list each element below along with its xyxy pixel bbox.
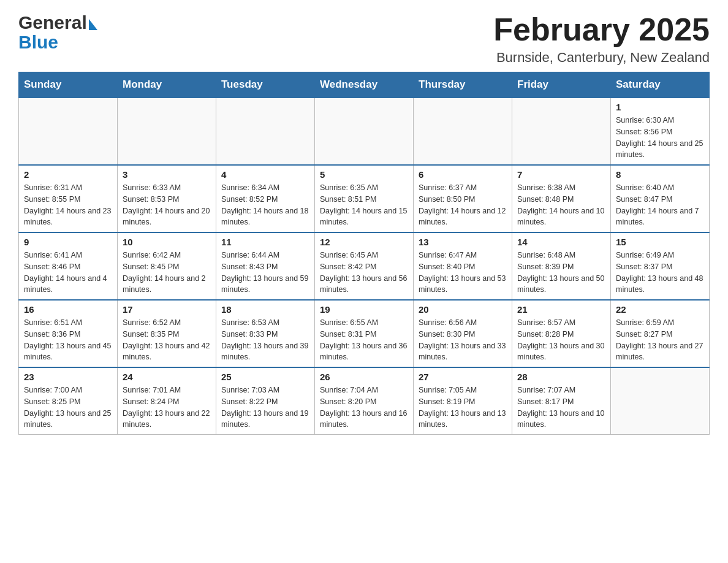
calendar-day-cell	[315, 98, 414, 165]
daylight-text: Daylight: 14 hours and 10 minutes.	[517, 205, 605, 229]
day-number: 19	[320, 304, 408, 315]
header-sunday: Sunday	[19, 72, 118, 98]
daylight-text: Daylight: 13 hours and 27 minutes.	[616, 340, 704, 364]
sunrise-text: Sunrise: 6:31 AM	[24, 182, 112, 194]
day-number: 9	[24, 237, 112, 247]
sunset-text: Sunset: 8:19 PM	[419, 396, 507, 408]
daylight-text: Daylight: 13 hours and 16 minutes.	[320, 408, 408, 431]
sunrise-text: Sunrise: 6:35 AM	[320, 182, 408, 194]
day-number: 15	[616, 237, 704, 247]
daylight-text: Daylight: 14 hours and 20 minutes.	[123, 205, 211, 229]
sunrise-text: Sunrise: 6:55 AM	[320, 317, 408, 329]
day-info: Sunrise: 6:44 AMSunset: 8:43 PMDaylight:…	[221, 250, 309, 296]
day-number: 2	[24, 169, 112, 180]
calendar-day-cell	[118, 98, 216, 165]
sunset-text: Sunset: 8:17 PM	[517, 396, 605, 408]
day-info: Sunrise: 6:41 AMSunset: 8:46 PMDaylight:…	[24, 250, 112, 296]
sunrise-text: Sunrise: 6:49 AM	[616, 250, 704, 261]
sunset-text: Sunset: 8:48 PM	[517, 194, 605, 205]
day-info: Sunrise: 6:33 AMSunset: 8:53 PMDaylight:…	[123, 182, 211, 228]
daylight-text: Daylight: 13 hours and 19 minutes.	[221, 408, 309, 431]
calendar-day-cell: 9Sunrise: 6:41 AMSunset: 8:46 PMDaylight…	[19, 232, 118, 300]
day-info: Sunrise: 7:00 AMSunset: 8:25 PMDaylight:…	[24, 385, 112, 431]
daylight-text: Daylight: 13 hours and 53 minutes.	[419, 273, 507, 296]
sunset-text: Sunset: 8:50 PM	[419, 194, 507, 205]
day-info: Sunrise: 6:51 AMSunset: 8:36 PMDaylight:…	[24, 317, 112, 363]
sunset-text: Sunset: 8:56 PM	[616, 126, 704, 138]
daylight-text: Daylight: 13 hours and 25 minutes.	[24, 408, 112, 431]
day-number: 23	[24, 372, 112, 382]
calendar-week-row: 23Sunrise: 7:00 AMSunset: 8:25 PMDayligh…	[19, 367, 710, 435]
sunset-text: Sunset: 8:55 PM	[24, 194, 112, 205]
sunset-text: Sunset: 8:39 PM	[517, 261, 605, 273]
daylight-text: Daylight: 14 hours and 23 minutes.	[24, 205, 112, 229]
day-info: Sunrise: 6:45 AMSunset: 8:42 PMDaylight:…	[320, 250, 408, 296]
daylight-text: Daylight: 14 hours and 25 minutes.	[616, 138, 704, 161]
day-number: 5	[320, 169, 408, 180]
sunset-text: Sunset: 8:37 PM	[616, 261, 704, 273]
sunset-text: Sunset: 8:20 PM	[320, 396, 408, 408]
day-number: 4	[221, 169, 309, 180]
calendar-day-cell: 19Sunrise: 6:55 AMSunset: 8:31 PMDayligh…	[315, 300, 414, 367]
sunrise-text: Sunrise: 6:48 AM	[517, 250, 605, 261]
sunrise-text: Sunrise: 6:42 AM	[123, 250, 211, 261]
day-info: Sunrise: 6:57 AMSunset: 8:28 PMDaylight:…	[517, 317, 605, 363]
sunrise-text: Sunrise: 6:33 AM	[123, 182, 211, 194]
logo: General Blue	[18, 12, 97, 52]
day-number: 11	[221, 237, 309, 247]
sunset-text: Sunset: 8:36 PM	[24, 329, 112, 340]
day-info: Sunrise: 7:03 AMSunset: 8:22 PMDaylight:…	[221, 385, 309, 431]
day-info: Sunrise: 6:37 AMSunset: 8:50 PMDaylight:…	[419, 182, 507, 228]
daylight-text: Daylight: 13 hours and 36 minutes.	[320, 340, 408, 364]
daylight-text: Daylight: 13 hours and 45 minutes.	[24, 340, 112, 364]
sunrise-text: Sunrise: 6:59 AM	[616, 317, 704, 329]
calendar-day-cell	[512, 98, 611, 165]
calendar-day-cell	[611, 367, 710, 435]
location-subtitle: Burnside, Canterbury, New Zealand	[493, 50, 710, 66]
sunset-text: Sunset: 8:46 PM	[24, 261, 112, 273]
calendar-day-cell	[414, 98, 512, 165]
day-number: 26	[320, 372, 408, 382]
day-info: Sunrise: 7:01 AMSunset: 8:24 PMDaylight:…	[123, 385, 211, 431]
daylight-text: Daylight: 13 hours and 56 minutes.	[320, 273, 408, 296]
daylight-text: Daylight: 13 hours and 30 minutes.	[517, 340, 605, 364]
daylight-text: Daylight: 13 hours and 33 minutes.	[419, 340, 507, 364]
sunset-text: Sunset: 8:43 PM	[221, 261, 309, 273]
daylight-text: Daylight: 13 hours and 59 minutes.	[221, 273, 309, 296]
logo-general-text: General	[18, 12, 87, 33]
day-info: Sunrise: 6:34 AMSunset: 8:52 PMDaylight:…	[221, 182, 309, 228]
sunrise-text: Sunrise: 6:51 AM	[24, 317, 112, 329]
calendar-week-row: 2Sunrise: 6:31 AMSunset: 8:55 PMDaylight…	[19, 165, 710, 232]
daylight-text: Daylight: 13 hours and 50 minutes.	[517, 273, 605, 296]
day-number: 20	[419, 304, 507, 315]
sunrise-text: Sunrise: 7:07 AM	[517, 385, 605, 396]
day-info: Sunrise: 6:53 AMSunset: 8:33 PMDaylight:…	[221, 317, 309, 363]
title-block: February 2025 Burnside, Canterbury, New …	[493, 12, 710, 66]
day-number: 27	[419, 372, 507, 382]
calendar-day-cell	[19, 98, 118, 165]
calendar-day-cell: 16Sunrise: 6:51 AMSunset: 8:36 PMDayligh…	[19, 300, 118, 367]
calendar-day-cell: 17Sunrise: 6:52 AMSunset: 8:35 PMDayligh…	[118, 300, 216, 367]
calendar-day-cell: 15Sunrise: 6:49 AMSunset: 8:37 PMDayligh…	[611, 232, 710, 300]
daylight-text: Daylight: 14 hours and 18 minutes.	[221, 205, 309, 229]
daylight-text: Daylight: 13 hours and 13 minutes.	[419, 408, 507, 431]
day-number: 18	[221, 304, 309, 315]
day-number: 3	[123, 169, 211, 180]
sunset-text: Sunset: 8:40 PM	[419, 261, 507, 273]
sunrise-text: Sunrise: 7:01 AM	[123, 385, 211, 396]
sunrise-text: Sunrise: 6:37 AM	[419, 182, 507, 194]
sunset-text: Sunset: 8:27 PM	[616, 329, 704, 340]
sunrise-text: Sunrise: 6:44 AM	[221, 250, 309, 261]
day-info: Sunrise: 7:07 AMSunset: 8:17 PMDaylight:…	[517, 385, 605, 431]
calendar-table: Sunday Monday Tuesday Wednesday Thursday…	[18, 72, 710, 435]
sunrise-text: Sunrise: 6:47 AM	[419, 250, 507, 261]
calendar-day-cell: 11Sunrise: 6:44 AMSunset: 8:43 PMDayligh…	[216, 232, 315, 300]
calendar-day-cell: 18Sunrise: 6:53 AMSunset: 8:33 PMDayligh…	[216, 300, 315, 367]
day-info: Sunrise: 6:49 AMSunset: 8:37 PMDaylight:…	[616, 250, 704, 296]
logo-triangle-icon	[89, 19, 97, 30]
daylight-text: Daylight: 13 hours and 22 minutes.	[123, 408, 211, 431]
daylight-text: Daylight: 13 hours and 39 minutes.	[221, 340, 309, 364]
sunset-text: Sunset: 8:31 PM	[320, 329, 408, 340]
sunrise-text: Sunrise: 6:45 AM	[320, 250, 408, 261]
sunset-text: Sunset: 8:53 PM	[123, 194, 211, 205]
